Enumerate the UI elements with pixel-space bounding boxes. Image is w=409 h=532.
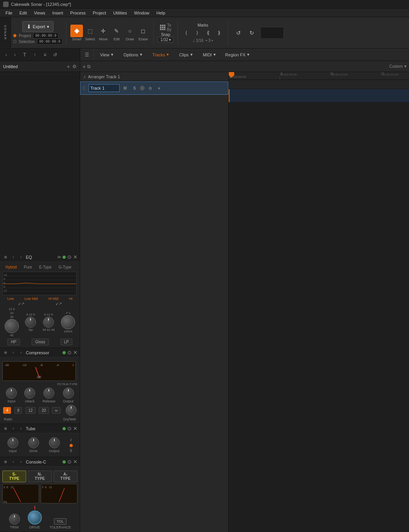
- eq-lowmid-knob[interactable]: [25, 317, 36, 328]
- eq-tab-hybrid[interactable]: Hybrid: [2, 264, 20, 270]
- menu-insert[interactable]: Insert: [49, 10, 66, 16]
- clips-menu-button[interactable]: Clips ▾: [175, 51, 196, 58]
- console-plugin-header[interactable]: ⊕ ‹ › Console-C ⊙ ✕: [0, 457, 80, 467]
- menu-views[interactable]: Views: [31, 10, 48, 16]
- export-button[interactable]: ⬇ Export ▾: [22, 21, 54, 32]
- add-track-button[interactable]: +: [67, 63, 70, 70]
- add-track-toolbar-button[interactable]: +: [83, 63, 86, 70]
- comp-settings-icon[interactable]: ⊙: [67, 350, 72, 355]
- track-name-input[interactable]: [88, 84, 120, 92]
- draw-tool-button[interactable]: ○: [124, 25, 136, 37]
- midi-menu-button[interactable]: MIDI ▾: [199, 51, 220, 58]
- eq-tab-etype[interactable]: E-Type: [36, 264, 55, 270]
- eq-nav-left[interactable]: ‹: [10, 254, 16, 260]
- console-trim-knob[interactable]: [9, 514, 20, 525]
- track-expand-button[interactable]: ▾: [156, 85, 162, 91]
- snap-value[interactable]: 1/32 ▾: [158, 37, 173, 43]
- console-settings-icon[interactable]: ⊙: [67, 459, 72, 465]
- menu-edit[interactable]: Edit: [16, 10, 30, 16]
- edit-tool-button[interactable]: ✎: [110, 25, 123, 37]
- arranger-timeline-lane[interactable]: [229, 80, 409, 89]
- comp-ratio-12[interactable]: 12: [25, 407, 35, 414]
- eq-nav-right[interactable]: ›: [18, 254, 24, 260]
- tube-active-dot[interactable]: [63, 427, 66, 430]
- track-timeline-lane[interactable]: [229, 89, 409, 103]
- comp-expand-button[interactable]: ⊕: [2, 350, 9, 355]
- track-record-button[interactable]: [140, 86, 145, 90]
- panel-icon-4[interactable]: ↺: [51, 50, 59, 59]
- timeline-area[interactable]: 1 00:00:00:00 3 00:00:05:00 5: [229, 72, 409, 532]
- tube-nav-right[interactable]: ›: [18, 426, 24, 432]
- eq-hp-button[interactable]: HP: [7, 339, 20, 345]
- console-ntype-button[interactable]: N-TYPE: [28, 471, 52, 482]
- tube-output-knob[interactable]: [49, 437, 60, 448]
- tube-drive-knob[interactable]: [28, 437, 39, 448]
- mark-left-button[interactable]: ⟨: [182, 28, 191, 38]
- mark-out-button[interactable]: ⟫: [215, 28, 224, 38]
- track-solo-button[interactable]: S: [131, 84, 138, 92]
- eq-lp-button[interactable]: LP: [61, 339, 72, 345]
- console-stype-button[interactable]: S-TYPE: [2, 471, 26, 482]
- tube-close-button[interactable]: ✕: [73, 426, 77, 431]
- console-nav-left[interactable]: ‹: [10, 459, 16, 465]
- menu-process[interactable]: Process: [67, 10, 89, 16]
- menu-utilities[interactable]: Utilities: [110, 10, 130, 16]
- eq-tab-pure[interactable]: Pure: [21, 264, 35, 270]
- tube-plugin-header[interactable]: ⊕ ‹ › Tube ⊙ ✕: [0, 424, 80, 433]
- region-fx-menu-button[interactable]: Region FX ▾: [222, 51, 253, 58]
- eq-tab-gtype[interactable]: G-Type: [56, 264, 75, 270]
- eq-close-button[interactable]: ✕: [73, 254, 77, 260]
- console-atype-button[interactable]: A-TYPE: [54, 471, 78, 482]
- panel-nav-left[interactable]: ‹: [3, 52, 9, 58]
- console-expand-button[interactable]: ⊕: [2, 460, 9, 464]
- eq-himid-knob[interactable]: [43, 317, 54, 328]
- console-active-dot[interactable]: [63, 460, 66, 463]
- comp-input-knob[interactable]: [6, 388, 17, 399]
- comp-attack-knob[interactable]: [24, 388, 35, 399]
- settings-button[interactable]: ⚙: [72, 64, 77, 69]
- console-tolerance-button[interactable]: TOL: [54, 518, 66, 525]
- comp-plugin-header[interactable]: ⊕ ‹ › Compressor ⊙ ✕: [0, 348, 80, 357]
- tube-input-knob[interactable]: [7, 437, 18, 448]
- select-tool-button[interactable]: ⬚: [84, 25, 96, 37]
- comp-ratio-inf[interactable]: ∞: [52, 407, 60, 414]
- duplicate-track-button[interactable]: ⧉: [87, 64, 91, 69]
- track-mute-button[interactable]: M: [121, 84, 129, 92]
- menu-project[interactable]: Project: [90, 10, 109, 16]
- panel-icon-3[interactable]: ≡: [41, 50, 49, 59]
- menu-window[interactable]: Window: [131, 10, 152, 16]
- smart-tool-button[interactable]: ◈: [70, 25, 83, 37]
- panel-icon-2[interactable]: ↑: [30, 50, 39, 59]
- comp-release-knob[interactable]: [43, 388, 54, 399]
- comp-nav-right[interactable]: ›: [18, 350, 24, 356]
- menu-file[interactable]: File: [2, 10, 16, 16]
- comp-ratio-20[interactable]: 20: [39, 407, 48, 414]
- tube-settings-icon[interactable]: ⊙: [67, 426, 72, 431]
- tube-nav-left[interactable]: ‹: [10, 426, 16, 432]
- track-input-button[interactable]: ⊙: [146, 84, 154, 92]
- console-nav-right[interactable]: ›: [18, 459, 24, 465]
- eq-active-dot[interactable]: [63, 256, 66, 259]
- comp-nav-left[interactable]: ‹: [10, 350, 16, 356]
- view-menu-button[interactable]: View ▾: [96, 51, 117, 58]
- mark-right-button[interactable]: ⟩: [193, 28, 202, 38]
- sidebar-toggle-button[interactable]: ☰: [83, 50, 91, 59]
- options-menu-button[interactable]: Options ▾: [120, 51, 146, 58]
- panel-nav-right[interactable]: ›: [12, 52, 18, 58]
- comp-output-knob[interactable]: [63, 388, 74, 399]
- console-drive-knob[interactable]: [28, 510, 42, 525]
- console-close-button[interactable]: ✕: [73, 459, 77, 465]
- comp-close-button[interactable]: ✕: [73, 350, 77, 355]
- mark-in-button[interactable]: ⟪: [204, 28, 213, 38]
- redo-button[interactable]: ↻: [246, 27, 258, 39]
- eq-plugin-header[interactable]: ⊕ ‹ › EQ ≫ ⊙ ✕: [0, 252, 80, 262]
- eq-gloss-button[interactable]: Gloss: [32, 339, 49, 345]
- eq-expand-button[interactable]: ⊕: [2, 255, 9, 259]
- panel-icon-1[interactable]: T: [20, 50, 29, 59]
- menu-help[interactable]: Help: [153, 10, 169, 16]
- eq-settings-icon[interactable]: ⊙: [67, 254, 72, 260]
- comp-active-dot[interactable]: [63, 351, 66, 354]
- comp-ratio-4[interactable]: 4: [3, 407, 11, 414]
- eq-hi-knob[interactable]: [61, 315, 75, 329]
- eq-low-knob[interactable]: [5, 319, 19, 333]
